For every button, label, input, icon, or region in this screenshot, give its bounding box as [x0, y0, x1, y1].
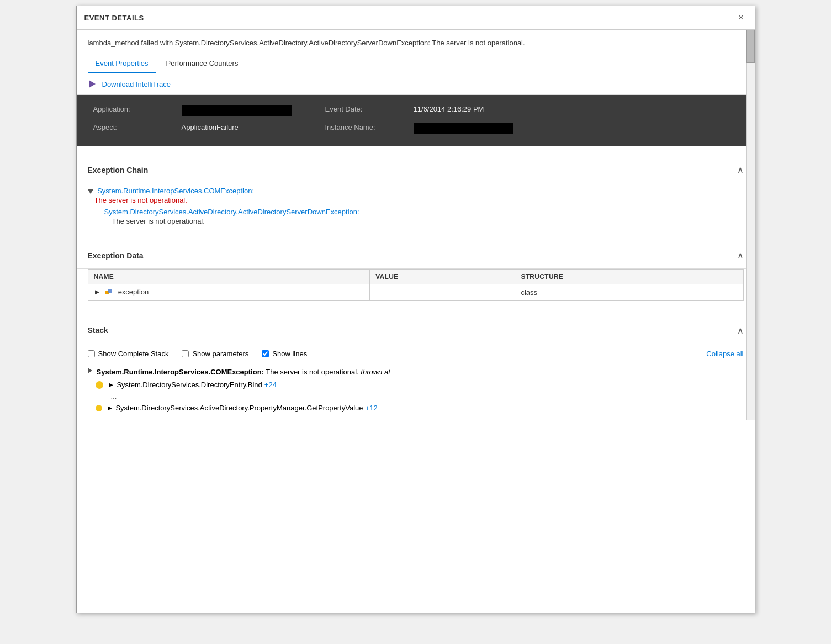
show-lines-checkbox[interactable]: [262, 350, 269, 357]
stack-entry-suffix: thrown at: [361, 368, 390, 376]
row-value-cell: [370, 284, 515, 301]
exception-chain-title: Exception Chain: [88, 166, 149, 175]
show-complete-stack-text: Show Complete Stack: [98, 350, 169, 358]
info-panel: Application: Event Date: 11/6/2014 2:16:…: [77, 95, 755, 146]
exception-data-collapse-icon[interactable]: ∧: [737, 250, 744, 261]
error-message: lambda_method failed with System.Directo…: [77, 30, 755, 52]
download-intellitrace-link[interactable]: Download IntelliTrace: [102, 80, 171, 88]
instance-label: Instance Name:: [325, 123, 414, 136]
show-lines-label[interactable]: Show lines: [262, 350, 307, 358]
tabs-row: Event Properties Performance Counters: [77, 52, 755, 73]
stack-child-0: ► System.DirectoryServices.DirectoryEntr…: [96, 378, 744, 391]
dialog-body: lambda_method failed with System.Directo…: [77, 30, 755, 420]
stack-section-body: Show Complete Stack Show parameters Show…: [77, 344, 755, 420]
instance-value: [414, 123, 557, 136]
col-name: NAME: [88, 270, 370, 284]
tab-performance-counters[interactable]: Performance Counters: [158, 55, 246, 73]
row-name-value: exception: [118, 288, 149, 296]
stack-child-count-1[interactable]: +12: [366, 404, 378, 412]
show-complete-stack-label[interactable]: Show Complete Stack: [88, 350, 169, 358]
stack-child-1: ► System.DirectoryServices.ActiveDirecto…: [96, 402, 744, 414]
row-name-cell: ► exception: [88, 284, 370, 301]
application-label: Application:: [93, 105, 182, 118]
tab-event-properties[interactable]: Event Properties: [88, 55, 156, 73]
svg-marker-0: [89, 80, 96, 88]
show-parameters-label[interactable]: Show parameters: [182, 350, 248, 358]
stack-child-method-1: System.DirectoryServices.ActiveDirectory…: [115, 404, 363, 412]
stack-child-count-0[interactable]: +24: [264, 381, 277, 389]
titlebar: EVENT DETAILS ×: [77, 6, 755, 30]
event-date-value: 11/6/2014 2:16:29 PM: [414, 105, 557, 118]
exc-type-link-0[interactable]: System.Runtime.InteropServices.COMExcept…: [97, 187, 254, 195]
stack-entry-expand-icon[interactable]: [88, 368, 92, 373]
close-button[interactable]: ×: [735, 12, 747, 24]
exception-chain-header: Exception Chain ∧: [77, 157, 755, 183]
exception-data-header: Exception Data ∧: [77, 242, 755, 269]
row-expand-icon[interactable]: ►: [94, 288, 101, 296]
exc-nested-msg-0: The server is not operational.: [104, 216, 744, 226]
stack-child-expand-0[interactable]: ►: [108, 381, 115, 389]
exc-nested-type-link-0[interactable]: System.DirectoryServices.ActiveDirectory…: [104, 208, 359, 216]
scrollbar[interactable]: [746, 30, 755, 420]
show-parameters-checkbox[interactable]: [182, 350, 189, 357]
exception-icon: [105, 288, 114, 297]
stack-entry-text: System.Runtime.InteropServices.COMExcept…: [97, 368, 390, 376]
application-value: [182, 105, 325, 118]
exc-msg-red-0: The server is not operational.: [88, 195, 744, 205]
show-complete-stack-checkbox[interactable]: [88, 350, 95, 357]
bullet-icon-0: [96, 381, 103, 389]
stack-entries: System.Runtime.InteropServices.COMExcept…: [88, 366, 744, 414]
svg-rect-2: [108, 289, 112, 293]
exception-chain-body: System.Runtime.InteropServices.COMExcept…: [77, 183, 755, 231]
stack-nested-0: ► System.DirectoryServices.DirectoryEntr…: [88, 378, 744, 414]
exception-chain-collapse-icon[interactable]: ∧: [737, 165, 744, 175]
stack-entry-exception: System.Runtime.InteropServices.COMExcept…: [97, 368, 264, 376]
intellitrace-icon: [88, 79, 98, 89]
show-lines-text: Show lines: [272, 350, 307, 358]
col-value: VALUE: [370, 270, 515, 284]
exception-data-title: Exception Data: [88, 251, 144, 260]
exception-data-table: NAME VALUE STRUCTURE ► exceptio: [88, 269, 744, 301]
intellitrace-row: Download IntelliTrace: [77, 73, 755, 95]
stack-entry-message: The server is not operational.: [266, 368, 358, 376]
show-parameters-text: Show parameters: [192, 350, 248, 358]
bullet-icon-1: [96, 405, 102, 411]
row-structure-cell: class: [515, 284, 743, 301]
stack-collapse-icon[interactable]: ∧: [737, 325, 744, 336]
col-structure: STRUCTURE: [515, 270, 743, 284]
exc-expand-icon-0[interactable]: [88, 189, 93, 194]
ellipsis-row: ...: [96, 391, 744, 402]
exc-nested-entry-0: System.DirectoryServices.ActiveDirectory…: [104, 205, 744, 229]
stack-header: Stack ∧: [77, 318, 755, 344]
application-redacted: [182, 105, 292, 116]
aspect-label: Aspect:: [93, 123, 182, 136]
stack-entry-0: System.Runtime.InteropServices.COMExcept…: [88, 366, 744, 378]
event-details-dialog: EVENT DETAILS × lambda_method failed wit…: [76, 6, 755, 613]
table-row: ► exception class: [88, 284, 743, 301]
table-header-row: NAME VALUE STRUCTURE: [88, 270, 743, 284]
exc-nested-0: System.DirectoryServices.ActiveDirectory…: [88, 205, 744, 229]
exception-data-table-section: NAME VALUE STRUCTURE ► exceptio: [77, 269, 755, 307]
collapse-all-link[interactable]: Collapse all: [706, 350, 743, 358]
stack-child-method-0: System.DirectoryServices.DirectoryEntry.…: [117, 381, 262, 389]
instance-redacted: [414, 123, 513, 134]
scroll-thumb[interactable]: [746, 30, 755, 63]
stack-child-expand-1[interactable]: ►: [107, 404, 114, 412]
dialog-title: EVENT DETAILS: [84, 14, 144, 22]
stack-controls-left: Show Complete Stack Show parameters Show…: [88, 350, 308, 358]
event-date-label: Event Date:: [325, 105, 414, 118]
aspect-value: ApplicationFailure: [182, 123, 325, 136]
stack-title: Stack: [88, 326, 108, 335]
stack-controls: Show Complete Stack Show parameters Show…: [88, 344, 744, 366]
exc-entry-0: System.Runtime.InteropServices.COMExcept…: [88, 183, 744, 231]
